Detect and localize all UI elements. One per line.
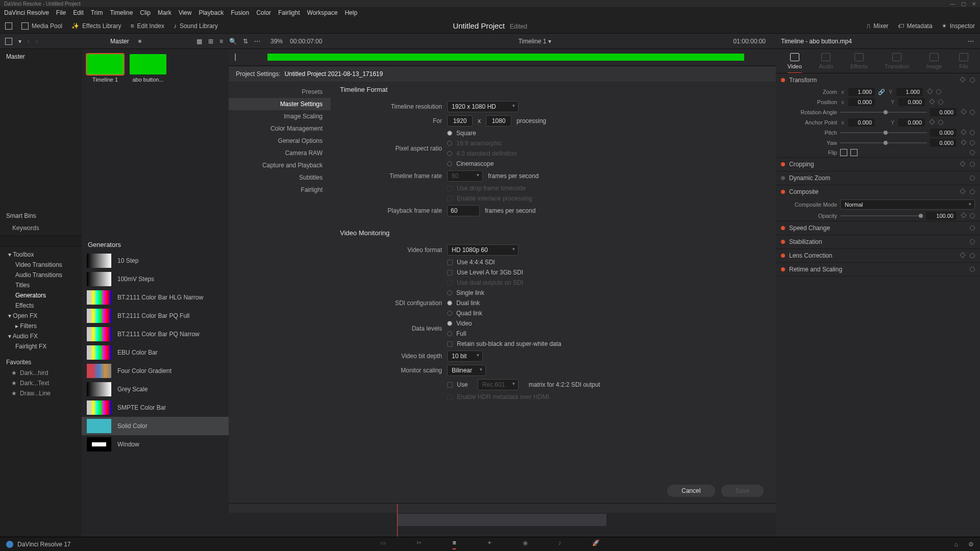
pitch-input[interactable]: 0.000 bbox=[930, 129, 957, 137]
reset-icon[interactable] bbox=[970, 176, 975, 181]
smart-bins-header[interactable]: Smart Bins bbox=[0, 207, 82, 221]
layout-icon[interactable] bbox=[5, 22, 12, 30]
reset-icon[interactable] bbox=[970, 162, 975, 167]
gear-icon[interactable]: ⚙ bbox=[968, 541, 974, 548]
gen-bt-pqfull[interactable]: BT.2111 Color Bar PQ Full bbox=[82, 307, 229, 325]
monscale-select[interactable]: Bilinear bbox=[447, 365, 486, 376]
zoom-level[interactable]: 39% bbox=[271, 38, 283, 45]
panel-divider[interactable] bbox=[0, 236, 82, 246]
reset-icon[interactable] bbox=[936, 89, 941, 94]
chevron-down-icon[interactable]: ▾ bbox=[18, 38, 21, 45]
anchor-y-input[interactable]: 0.000 bbox=[898, 118, 925, 127]
nav-prev-icon[interactable]: ‹ bbox=[28, 38, 30, 45]
keyframe-icon[interactable] bbox=[961, 109, 966, 114]
opacity-slider[interactable] bbox=[840, 215, 923, 216]
fav-item[interactable]: ★ Draw...Line bbox=[0, 388, 82, 398]
page-media[interactable]: ▭ bbox=[380, 539, 386, 549]
keyframe-icon[interactable] bbox=[960, 161, 965, 166]
clip-timeline1[interactable]: Timeline 1 bbox=[87, 54, 124, 83]
stab-header[interactable]: Stabilization bbox=[776, 235, 980, 248]
tab-video[interactable]: Video bbox=[788, 53, 802, 73]
reset-icon[interactable] bbox=[970, 110, 975, 115]
menu-file[interactable]: File bbox=[56, 9, 66, 16]
scrub-track[interactable] bbox=[267, 54, 744, 61]
nav-presets[interactable]: Presets bbox=[229, 86, 331, 98]
playhead[interactable] bbox=[397, 504, 398, 539]
use-444-check[interactable]: Use 4:4:4 SDI bbox=[340, 257, 767, 267]
menu-edit[interactable]: Edit bbox=[73, 9, 84, 16]
timeline-area[interactable] bbox=[229, 503, 776, 539]
gen-greyscale[interactable]: Grey Scale bbox=[82, 380, 229, 398]
timeline-name[interactable]: Timeline 1 ▾ bbox=[329, 38, 551, 45]
yaw-slider[interactable] bbox=[840, 142, 927, 143]
height-input[interactable]: 1080 bbox=[486, 115, 511, 127]
keyframe-icon[interactable] bbox=[929, 98, 935, 104]
menu-help[interactable]: Help bbox=[345, 9, 357, 16]
playback-framerate-input[interactable]: 60 bbox=[447, 205, 480, 216]
timeline-clip[interactable] bbox=[397, 514, 606, 526]
par-cine[interactable]: Cinemascope bbox=[447, 160, 517, 167]
reset-icon[interactable] bbox=[970, 267, 975, 272]
skip-start-icon[interactable] bbox=[235, 54, 242, 61]
cropping-header[interactable]: Cropping bbox=[776, 158, 980, 171]
menu-mark[interactable]: Mark bbox=[158, 9, 172, 16]
minimize-icon[interactable]: — bbox=[950, 1, 955, 7]
mixer-button[interactable]: ⎍Mixer bbox=[867, 22, 888, 30]
save-button[interactable]: Save bbox=[721, 485, 764, 497]
nav-capture-playback[interactable]: Capture and Playback bbox=[229, 159, 331, 171]
menu-color[interactable]: Color bbox=[256, 9, 271, 16]
rotation-slider[interactable] bbox=[840, 112, 927, 113]
par-square[interactable]: Square bbox=[447, 130, 517, 137]
gen-ebu[interactable]: EBU Color Bar bbox=[82, 343, 229, 362]
pos-y-input[interactable]: 0.000 bbox=[898, 98, 925, 106]
keyframe-icon[interactable] bbox=[961, 129, 966, 135]
video-format-select[interactable]: HD 1080p 60 bbox=[447, 244, 519, 256]
fairlightfx[interactable]: Fairlight FX bbox=[0, 341, 82, 352]
nav-fairlight[interactable]: Fairlight bbox=[229, 184, 331, 196]
close-icon[interactable]: ✕ bbox=[972, 1, 976, 7]
page-deliver[interactable]: 🚀 bbox=[592, 539, 600, 549]
thumb-view-icon[interactable]: ▦ bbox=[197, 38, 202, 45]
search-icon[interactable]: 🔍 bbox=[229, 38, 237, 45]
link-icon[interactable]: 🔗 bbox=[878, 89, 885, 95]
reset-icon[interactable] bbox=[970, 213, 975, 218]
reset-icon[interactable] bbox=[970, 189, 975, 194]
view-icon[interactable] bbox=[5, 38, 12, 45]
cancel-button[interactable]: Cancel bbox=[667, 485, 715, 497]
page-fairlight[interactable]: ♪ bbox=[558, 539, 561, 549]
openfx-header[interactable]: ▾ Open FX bbox=[0, 311, 82, 321]
pitch-slider[interactable] bbox=[840, 132, 927, 133]
nav-general-options[interactable]: General Options bbox=[229, 135, 331, 147]
keyframe-icon[interactable] bbox=[960, 252, 965, 258]
gen-fourcolor[interactable]: Four Color Gradient bbox=[82, 362, 229, 380]
nav-camera-raw[interactable]: Camera RAW bbox=[229, 147, 331, 159]
dl-video[interactable]: Video bbox=[447, 320, 472, 327]
pos-x-input[interactable]: 0.000 bbox=[848, 98, 875, 106]
maximize-icon[interactable]: ▢ bbox=[961, 1, 966, 7]
more-icon[interactable]: ⋯ bbox=[254, 38, 260, 45]
reset-icon[interactable] bbox=[970, 78, 975, 83]
breadcrumb-master[interactable]: Master bbox=[44, 38, 129, 45]
nav-next-icon[interactable]: › bbox=[36, 38, 38, 45]
toolbox-header[interactable]: ▾ Toolbox bbox=[0, 249, 82, 260]
reset-icon[interactable] bbox=[970, 239, 975, 244]
media-pool-button[interactable]: Media Pool bbox=[21, 22, 62, 30]
sound-library-button[interactable]: ♪Sound Library bbox=[174, 22, 218, 30]
grid-view-icon[interactable]: ⊞ bbox=[208, 38, 213, 45]
retime-header[interactable]: Retime and Scaling bbox=[776, 263, 980, 276]
gen-bt-pqnarrow[interactable]: BT.2111 Color Bar PQ Narrow bbox=[82, 325, 229, 343]
page-fusion[interactable]: ✦ bbox=[487, 539, 492, 549]
timeline-resolution-select[interactable]: 980 x 551 HD bbox=[447, 101, 519, 112]
dl-full[interactable]: Full bbox=[447, 330, 472, 337]
more-icon[interactable]: ⋯ bbox=[968, 38, 974, 45]
keyframe-icon[interactable] bbox=[961, 212, 966, 218]
keyframe-icon[interactable] bbox=[929, 119, 935, 124]
zoom-y-input[interactable]: 1.000 bbox=[896, 88, 923, 96]
width-input[interactable]: 1920 bbox=[447, 115, 473, 127]
reset-icon[interactable] bbox=[970, 226, 975, 231]
keywords-bin[interactable]: Keywords bbox=[0, 221, 82, 235]
effects-library-button[interactable]: ✨Effects Library bbox=[71, 22, 121, 30]
list-view-icon[interactable]: ≡ bbox=[219, 38, 223, 45]
fav-item[interactable]: ★ Dark...hird bbox=[0, 368, 82, 378]
nav-subtitles[interactable]: Subtitles bbox=[229, 171, 331, 184]
